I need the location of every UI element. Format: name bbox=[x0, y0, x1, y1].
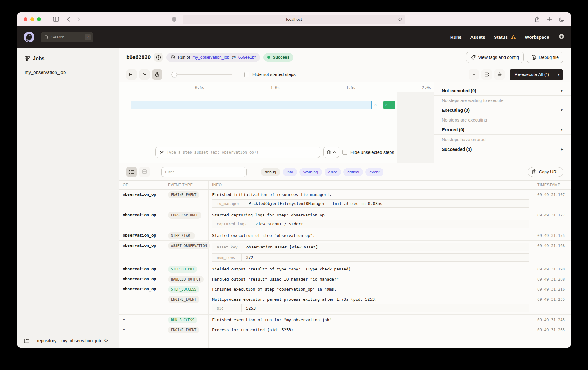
log-kv-value[interactable]: observation_asset [View Asset] bbox=[242, 243, 529, 251]
log-timestamp[interactable]: 09:49:31.155 bbox=[534, 230, 571, 240]
step-subset-input[interactable] bbox=[167, 150, 320, 154]
log-table-row[interactable]: - ENGINE_EVENT Process for run exited (p… bbox=[119, 325, 571, 335]
log-timestamp[interactable]: 09:49:31.235 bbox=[534, 294, 571, 314]
run-info-icon[interactable] bbox=[154, 53, 163, 62]
log-info-cell: Finished initialization of resources [io… bbox=[209, 190, 534, 210]
graph-query-toggle-button[interactable] bbox=[323, 147, 339, 158]
expand-panel-button[interactable] bbox=[494, 69, 505, 80]
log-table-row[interactable]: observation_op ASSET_OBSERVATION asset_k… bbox=[119, 241, 571, 264]
timed-view-button[interactable] bbox=[152, 69, 162, 80]
new-tab-icon[interactable] bbox=[547, 17, 552, 22]
hide-not-started-checkbox[interactable] bbox=[244, 72, 249, 77]
gantt-overflow-zone bbox=[397, 92, 434, 163]
privacy-shield-icon[interactable] bbox=[172, 17, 176, 23]
log-message: Finished execution of run for "my_observ… bbox=[212, 315, 531, 325]
log-table-row[interactable]: - RUN_SUCCESS Finished execution of run … bbox=[119, 315, 571, 325]
log-level-chip-critical[interactable]: critical bbox=[343, 168, 363, 176]
reload-icon[interactable] bbox=[398, 17, 402, 23]
hide-unselected-checkbox[interactable] bbox=[342, 150, 347, 155]
log-timestamp[interactable]: 09:49:31.107 bbox=[534, 190, 571, 210]
log-table-row[interactable]: observation_op HANDLED_OUTPUT Handled ou… bbox=[119, 274, 571, 284]
log-list-view-button[interactable] bbox=[126, 167, 137, 177]
log-timestamp[interactable]: 09:49:31.216 bbox=[534, 284, 571, 294]
status-section-not-executed[interactable]: Not executed (0) ▼ bbox=[434, 86, 571, 96]
log-timestamp[interactable]: 09:49:31.127 bbox=[534, 210, 571, 230]
browser-back-icon[interactable] bbox=[67, 16, 70, 22]
status-section-succeeded[interactable]: Succeeded (1) ▶ bbox=[434, 144, 571, 154]
event-type-pill: STEP_START bbox=[168, 232, 195, 239]
share-icon[interactable] bbox=[535, 16, 540, 22]
debug-file-button[interactable]: Debug file bbox=[527, 52, 563, 63]
flatten-view-button[interactable] bbox=[126, 69, 137, 80]
log-level-chip-info[interactable]: info bbox=[283, 168, 297, 176]
zoom-window-button[interactable] bbox=[37, 17, 41, 21]
log-table-row[interactable]: observation_op ENGINE_EVENT Finished ini… bbox=[119, 190, 571, 210]
nav-assets[interactable]: Assets bbox=[470, 34, 485, 40]
log-kv-value[interactable]: View stdout / stderr bbox=[251, 220, 529, 228]
address-bar[interactable]: localhost bbox=[183, 15, 405, 24]
reexecute-dropdown-button[interactable]: ▼ bbox=[554, 69, 563, 80]
close-window-button[interactable] bbox=[24, 17, 27, 21]
log-level-chip-warning[interactable]: warning bbox=[299, 168, 322, 176]
log-table-row[interactable]: observation_op STEP_START Started execut… bbox=[119, 230, 571, 241]
dagster-logo[interactable] bbox=[24, 31, 35, 43]
commit-link[interactable]: 659ee1bf bbox=[238, 55, 256, 60]
log-timestamp[interactable]: 09:49:31.208 bbox=[534, 274, 571, 284]
tab-overview-icon[interactable] bbox=[559, 17, 564, 22]
slider-knob[interactable] bbox=[172, 72, 177, 77]
split-panel-button[interactable] bbox=[481, 69, 492, 80]
app-header: Search... / Runs Assets Status Workspace bbox=[17, 26, 571, 48]
minimize-window-button[interactable] bbox=[30, 17, 34, 21]
log-timestamp[interactable]: 09:49:31.168 bbox=[534, 241, 571, 264]
log-filter-input[interactable] bbox=[161, 167, 247, 177]
log-timestamp[interactable]: 09:49:31.245 bbox=[534, 315, 571, 325]
tag-icon bbox=[471, 55, 476, 60]
log-kv-box: io_managerPickledObjectFilesystemIOManag… bbox=[212, 199, 529, 208]
log-kv-value[interactable]: 5253 bbox=[242, 304, 529, 312]
log-level-chip-debug[interactable]: debug bbox=[261, 168, 280, 176]
log-table-row[interactable]: observation_op STEP_OUTPUT Yielded outpu… bbox=[119, 264, 571, 274]
log-table-filler bbox=[119, 335, 571, 348]
zoom-slider[interactable] bbox=[171, 69, 232, 80]
log-kv-value[interactable]: PickledObjectFilesystemIOManager - Initi… bbox=[244, 200, 529, 207]
log-kv-value[interactable]: 372 bbox=[242, 254, 529, 261]
browser-chrome: localhost bbox=[17, 12, 571, 26]
sidebar-item-job[interactable]: my_observation_job bbox=[25, 70, 111, 75]
log-message: Handled output "result" using IO manager… bbox=[212, 274, 531, 284]
log-level-chip-event[interactable]: event bbox=[365, 168, 383, 176]
gantt-step-bar[interactable]: o... bbox=[383, 101, 395, 109]
log-level-chips: debuginfowarningerrorcriticalevent bbox=[261, 168, 383, 176]
log-timestamp[interactable]: 09:49:31.190 bbox=[534, 264, 571, 274]
collapse-panel-button[interactable] bbox=[469, 69, 479, 80]
nav-status[interactable]: Status bbox=[494, 34, 516, 40]
repository-row[interactable]: __repository__my_observation_job ⟳ bbox=[17, 334, 119, 348]
axis-tick: 0.5s bbox=[195, 85, 204, 90]
view-tags-config-button[interactable]: View tags and config bbox=[466, 52, 524, 63]
folder-icon bbox=[24, 339, 29, 343]
job-link[interactable]: my_observation_job bbox=[192, 55, 229, 60]
browser-sidebar-icon[interactable] bbox=[53, 17, 59, 22]
gear-icon[interactable] bbox=[558, 34, 564, 41]
chevron-right-icon: ▶ bbox=[561, 147, 563, 151]
copy-url-button[interactable]: Copy URL bbox=[528, 167, 563, 177]
log-info-cell: Process for run exited (pid: 5253). bbox=[209, 325, 534, 335]
run-of-pill[interactable]: Run of my_observation_job @ 659ee1bf bbox=[166, 53, 260, 62]
refresh-icon[interactable]: ⟳ bbox=[104, 338, 108, 343]
header-event-type: EVENT TYPE bbox=[165, 181, 209, 189]
status-section-executing[interactable]: Executing (0) ▼ bbox=[434, 105, 571, 115]
global-search-input[interactable]: Search... / bbox=[41, 32, 93, 42]
waterfall-view-button[interactable] bbox=[139, 69, 150, 80]
header-timestamp: TIMESTAMP bbox=[534, 183, 571, 187]
log-table-row[interactable]: observation_op LOGS_CAPTURED Started cap… bbox=[119, 210, 571, 230]
browser-forward-icon[interactable] bbox=[77, 16, 80, 22]
reexecute-all-button[interactable]: Re-execute All (*) bbox=[510, 69, 554, 80]
log-table-row[interactable]: - ENGINE_EVENT Multiprocess executor: pa… bbox=[119, 294, 571, 315]
nav-runs[interactable]: Runs bbox=[450, 34, 462, 40]
log-op-cell: - bbox=[119, 325, 165, 335]
log-timestamp[interactable]: 09:49:31.265 bbox=[534, 325, 571, 335]
log-table-row[interactable]: observation_op STEP_SUCCESS Finished exe… bbox=[119, 284, 571, 294]
status-section-errored[interactable]: Errored (0) ▼ bbox=[434, 125, 571, 135]
log-structured-view-button[interactable] bbox=[139, 167, 150, 177]
nav-workspace[interactable]: Workspace bbox=[525, 34, 549, 40]
log-level-chip-error[interactable]: error bbox=[325, 168, 341, 176]
